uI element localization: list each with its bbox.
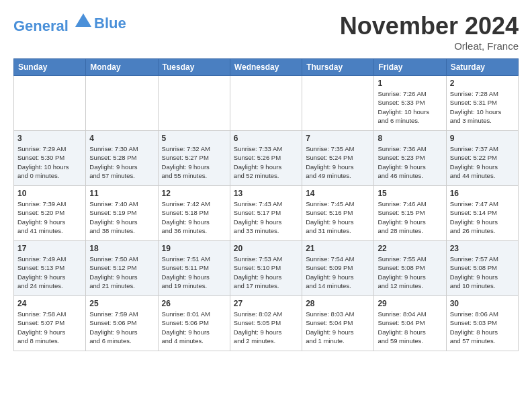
day-cell: 15Sunrise: 7:46 AM Sunset: 5:15 PM Dayli… <box>374 186 446 241</box>
day-number: 27 <box>234 299 298 308</box>
day-cell: 14Sunrise: 7:45 AM Sunset: 5:16 PM Dayli… <box>302 186 374 241</box>
day-number: 21 <box>306 244 370 253</box>
week-row-2: 3Sunrise: 7:29 AM Sunset: 5:30 PM Daylig… <box>14 131 519 186</box>
day-number: 9 <box>450 134 515 143</box>
day-number: 29 <box>378 299 442 308</box>
day-number: 13 <box>234 189 298 198</box>
day-number: 25 <box>89 299 154 308</box>
day-number: 5 <box>162 134 226 143</box>
day-info: Sunrise: 7:40 AM Sunset: 5:19 PM Dayligh… <box>89 199 154 235</box>
day-cell: 22Sunrise: 7:55 AM Sunset: 5:08 PM Dayli… <box>374 241 446 296</box>
weekday-header-sunday: Sunday <box>14 59 86 76</box>
day-number: 24 <box>17 299 82 308</box>
page: General Blue November 2024 Orleat, Franc… <box>0 0 532 358</box>
day-number: 2 <box>450 79 515 88</box>
logo-general: General <box>13 17 69 34</box>
week-row-1: 1Sunrise: 7:26 AM Sunset: 5:33 PM Daylig… <box>14 76 519 131</box>
day-info: Sunrise: 7:45 AM Sunset: 5:16 PM Dayligh… <box>306 199 370 235</box>
day-number: 20 <box>234 244 298 253</box>
day-number: 30 <box>450 299 515 308</box>
day-info: Sunrise: 7:54 AM Sunset: 5:09 PM Dayligh… <box>306 255 370 290</box>
day-cell: 1Sunrise: 7:26 AM Sunset: 5:33 PM Daylig… <box>374 76 446 131</box>
day-info: Sunrise: 7:51 AM Sunset: 5:11 PM Dayligh… <box>162 255 226 290</box>
calendar-body: 1Sunrise: 7:26 AM Sunset: 5:33 PM Daylig… <box>14 76 519 351</box>
day-cell: 21Sunrise: 7:54 AM Sunset: 5:09 PM Dayli… <box>302 241 374 296</box>
weekday-header-monday: Monday <box>86 59 158 76</box>
day-cell: 4Sunrise: 7:30 AM Sunset: 5:28 PM Daylig… <box>86 131 158 186</box>
day-cell: 18Sunrise: 7:50 AM Sunset: 5:12 PM Dayli… <box>86 241 158 296</box>
day-number: 11 <box>89 189 154 198</box>
month-title: November 2024 <box>340 12 519 40</box>
day-number: 16 <box>450 189 515 198</box>
weekday-header-friday: Friday <box>374 59 446 76</box>
day-number: 22 <box>378 244 442 253</box>
day-number: 26 <box>162 299 226 308</box>
day-number: 3 <box>17 134 82 143</box>
day-cell: 10Sunrise: 7:39 AM Sunset: 5:20 PM Dayli… <box>14 186 86 241</box>
weekday-header-wednesday: Wednesday <box>230 59 302 76</box>
day-info: Sunrise: 8:06 AM Sunset: 5:03 PM Dayligh… <box>450 310 515 345</box>
day-cell <box>86 76 158 131</box>
day-info: Sunrise: 7:28 AM Sunset: 5:31 PM Dayligh… <box>450 89 515 125</box>
day-number: 4 <box>89 134 154 143</box>
day-info: Sunrise: 7:58 AM Sunset: 5:07 PM Dayligh… <box>17 310 82 345</box>
day-info: Sunrise: 7:32 AM Sunset: 5:27 PM Dayligh… <box>162 144 226 180</box>
day-number: 23 <box>450 244 515 253</box>
day-cell: 5Sunrise: 7:32 AM Sunset: 5:27 PM Daylig… <box>158 131 230 186</box>
day-cell: 19Sunrise: 7:51 AM Sunset: 5:11 PM Dayli… <box>158 241 230 296</box>
day-cell: 17Sunrise: 7:49 AM Sunset: 5:13 PM Dayli… <box>14 241 86 296</box>
location: Orleat, France <box>340 40 519 52</box>
day-cell: 11Sunrise: 7:40 AM Sunset: 5:19 PM Dayli… <box>86 186 158 241</box>
week-row-4: 17Sunrise: 7:49 AM Sunset: 5:13 PM Dayli… <box>14 241 519 296</box>
logo: General Blue <box>13 12 126 34</box>
day-number: 15 <box>378 189 442 198</box>
weekday-header-tuesday: Tuesday <box>158 59 230 76</box>
day-info: Sunrise: 7:29 AM Sunset: 5:30 PM Dayligh… <box>17 144 82 180</box>
day-info: Sunrise: 7:53 AM Sunset: 5:10 PM Dayligh… <box>234 255 298 290</box>
day-cell: 29Sunrise: 8:04 AM Sunset: 5:04 PM Dayli… <box>374 296 446 351</box>
day-number: 1 <box>378 79 442 88</box>
logo-icon <box>74 12 93 31</box>
day-info: Sunrise: 7:39 AM Sunset: 5:20 PM Dayligh… <box>17 199 82 235</box>
day-info: Sunrise: 8:03 AM Sunset: 5:04 PM Dayligh… <box>306 310 370 345</box>
day-cell: 20Sunrise: 7:53 AM Sunset: 5:10 PM Dayli… <box>230 241 302 296</box>
day-info: Sunrise: 7:35 AM Sunset: 5:24 PM Dayligh… <box>306 144 370 180</box>
day-number: 19 <box>162 244 226 253</box>
day-info: Sunrise: 8:02 AM Sunset: 5:05 PM Dayligh… <box>234 310 298 345</box>
day-cell <box>14 76 86 131</box>
title-block: November 2024 Orleat, France <box>340 12 519 52</box>
day-cell: 23Sunrise: 7:57 AM Sunset: 5:08 PM Dayli… <box>446 241 518 296</box>
day-cell: 7Sunrise: 7:35 AM Sunset: 5:24 PM Daylig… <box>302 131 374 186</box>
day-cell: 9Sunrise: 7:37 AM Sunset: 5:22 PM Daylig… <box>446 131 518 186</box>
week-row-3: 10Sunrise: 7:39 AM Sunset: 5:20 PM Dayli… <box>14 186 519 241</box>
day-cell: 13Sunrise: 7:43 AM Sunset: 5:17 PM Dayli… <box>230 186 302 241</box>
calendar-table: SundayMondayTuesdayWednesdayThursdayFrid… <box>13 58 519 351</box>
day-info: Sunrise: 7:33 AM Sunset: 5:26 PM Dayligh… <box>234 144 298 180</box>
day-number: 14 <box>306 189 370 198</box>
day-number: 6 <box>234 134 298 143</box>
day-info: Sunrise: 7:36 AM Sunset: 5:23 PM Dayligh… <box>378 144 442 180</box>
day-cell: 2Sunrise: 7:28 AM Sunset: 5:31 PM Daylig… <box>446 76 518 131</box>
weekday-row: SundayMondayTuesdayWednesdayThursdayFrid… <box>14 59 519 76</box>
svg-marker-0 <box>75 13 91 27</box>
day-info: Sunrise: 7:47 AM Sunset: 5:14 PM Dayligh… <box>450 199 515 235</box>
day-cell: 12Sunrise: 7:42 AM Sunset: 5:18 PM Dayli… <box>158 186 230 241</box>
day-info: Sunrise: 7:30 AM Sunset: 5:28 PM Dayligh… <box>89 144 154 180</box>
calendar-header: SundayMondayTuesdayWednesdayThursdayFrid… <box>14 59 519 76</box>
weekday-header-saturday: Saturday <box>446 59 518 76</box>
day-info: Sunrise: 7:43 AM Sunset: 5:17 PM Dayligh… <box>234 199 298 235</box>
day-cell: 16Sunrise: 7:47 AM Sunset: 5:14 PM Dayli… <box>446 186 518 241</box>
day-number: 12 <box>162 189 226 198</box>
day-number: 28 <box>306 299 370 308</box>
day-cell: 28Sunrise: 8:03 AM Sunset: 5:04 PM Dayli… <box>302 296 374 351</box>
day-info: Sunrise: 7:46 AM Sunset: 5:15 PM Dayligh… <box>378 199 442 235</box>
day-info: Sunrise: 8:04 AM Sunset: 5:04 PM Dayligh… <box>378 310 442 345</box>
day-info: Sunrise: 7:50 AM Sunset: 5:12 PM Dayligh… <box>89 255 154 290</box>
day-info: Sunrise: 7:55 AM Sunset: 5:08 PM Dayligh… <box>378 255 442 290</box>
day-info: Sunrise: 7:49 AM Sunset: 5:13 PM Dayligh… <box>17 255 82 290</box>
day-cell: 26Sunrise: 8:01 AM Sunset: 5:06 PM Dayli… <box>158 296 230 351</box>
day-cell: 25Sunrise: 7:59 AM Sunset: 5:06 PM Dayli… <box>86 296 158 351</box>
day-cell: 30Sunrise: 8:06 AM Sunset: 5:03 PM Dayli… <box>446 296 518 351</box>
day-info: Sunrise: 7:57 AM Sunset: 5:08 PM Dayligh… <box>450 255 515 290</box>
day-number: 8 <box>378 134 442 143</box>
